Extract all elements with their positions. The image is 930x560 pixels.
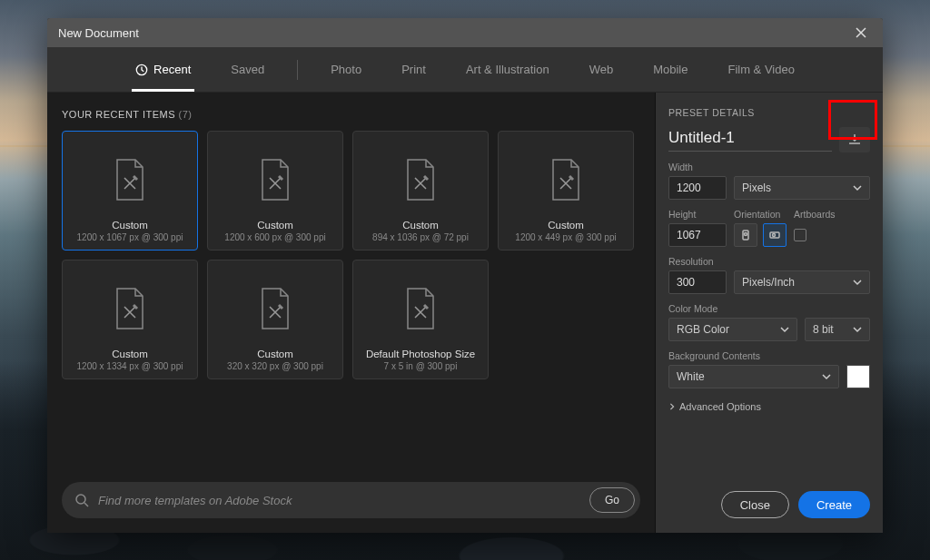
chevron-right-icon (668, 403, 676, 410)
select-value: RGB Color (677, 323, 729, 336)
preset-card[interactable]: Custom1200 x 449 px @ 300 ppi (498, 131, 634, 251)
document-icon (112, 144, 148, 214)
preset-dims: 1200 x 600 px @ 300 ppi (224, 232, 325, 242)
chevron-down-icon (822, 372, 831, 381)
chevron-down-icon (853, 183, 862, 192)
preset-card[interactable]: Custom320 x 320 px @ 300 ppi (207, 260, 343, 379)
dialog-title: New Document (58, 26, 139, 40)
category-tabs: Recent Saved Photo Print Art & Illustrat… (47, 47, 883, 93)
preset-name: Custom (68, 349, 192, 359)
landscape-icon (768, 229, 781, 241)
preset-name: Custom (68, 220, 192, 231)
select-value: 8 bit (813, 323, 834, 336)
width-label: Width (668, 162, 870, 172)
recent-header: YOUR RECENT ITEMS (7) (62, 109, 640, 120)
recent-count: (7) (179, 109, 193, 120)
document-icon (402, 144, 439, 214)
tab-label: Mobile (653, 63, 688, 76)
tab-label: Art & Illustration (466, 63, 549, 76)
preset-dims: 320 x 320 px @ 300 ppi (227, 361, 323, 371)
chevron-down-icon (853, 278, 862, 287)
save-preset-button[interactable] (839, 127, 870, 152)
document-icon (112, 273, 148, 343)
resolution-unit-select[interactable]: Pixels/Inch (734, 270, 870, 294)
preset-card[interactable]: Custom1200 x 1334 px @ 300 ppi (62, 260, 198, 379)
preset-card[interactable]: Custom894 x 1036 px @ 72 ppi (352, 131, 489, 251)
svg-point-5 (773, 234, 776, 237)
color-mode-select[interactable]: RGB Color (668, 318, 797, 341)
tab-label: Print (401, 63, 426, 76)
color-mode-label: Color Mode (668, 303, 870, 314)
document-icon (548, 144, 584, 214)
tab-recent[interactable]: Recent (119, 48, 207, 92)
svg-point-1 (76, 495, 85, 504)
background-select[interactable]: White (668, 365, 839, 388)
tab-label: Photo (331, 63, 361, 76)
preset-details-panel: PRESET DETAILS Untitled-1 Width 1200 Pix… (656, 93, 883, 533)
tab-web[interactable]: Web (573, 48, 630, 92)
new-document-dialog: New Document Recent Saved Photo Print Ar… (47, 18, 883, 533)
tab-saved[interactable]: Saved (214, 48, 281, 92)
tab-label: Saved (231, 63, 264, 76)
document-name-input[interactable]: Untitled-1 (668, 129, 832, 152)
preset-card[interactable]: Custom1200 x 600 px @ 300 ppi (207, 131, 343, 251)
tab-label: Web (589, 63, 614, 76)
titlebar: New Document (47, 18, 883, 47)
background-label: Background Contents (668, 350, 870, 361)
artboards-checkbox[interactable] (794, 229, 806, 241)
preset-dims: 1200 x 1334 px @ 300 ppi (77, 361, 183, 371)
tab-label: Recent (153, 63, 191, 76)
width-unit-select[interactable]: Pixels (734, 176, 870, 200)
advanced-label: Advanced Options (679, 401, 761, 412)
orientation-landscape[interactable] (763, 223, 787, 247)
tab-label: Film & Video (727, 63, 794, 76)
orientation-portrait[interactable] (734, 223, 757, 247)
preset-header: PRESET DETAILS (668, 107, 870, 118)
download-icon (847, 133, 862, 146)
preset-card[interactable]: Custom1200 x 1067 px @ 300 ppi (62, 131, 198, 251)
preset-dims: 1200 x 449 px @ 300 ppi (515, 232, 616, 242)
preset-name: Default Photoshop Size (359, 349, 482, 359)
tab-photo[interactable]: Photo (314, 48, 378, 92)
document-icon (257, 144, 293, 214)
resolution-label: Resolution (668, 256, 870, 267)
close-icon[interactable] (850, 22, 872, 44)
create-button[interactable]: Create (798, 491, 870, 518)
preset-name: Custom (213, 220, 337, 231)
recent-panel: YOUR RECENT ITEMS (7) Custom1200 x 1067 … (47, 93, 656, 533)
document-icon (402, 273, 439, 343)
portrait-icon (739, 229, 752, 241)
stock-search[interactable]: Find more templates on Adobe Stock Go (62, 482, 640, 518)
preset-name: Custom (359, 220, 482, 231)
preset-dims: 7 x 5 in @ 300 ppi (384, 361, 458, 371)
preset-name: Custom (504, 220, 628, 231)
artboards-label: Artboards (794, 209, 836, 220)
search-placeholder: Find more templates on Adobe Stock (98, 494, 580, 507)
preset-name: Custom (213, 349, 337, 359)
chevron-down-icon (780, 325, 789, 334)
clock-icon (135, 64, 148, 76)
preset-dims: 894 x 1036 px @ 72 ppi (372, 232, 469, 242)
preset-card[interactable]: Default Photoshop Size7 x 5 in @ 300 ppi (352, 260, 489, 379)
orientation-label: Orientation (734, 209, 787, 220)
select-value: Pixels/Inch (742, 276, 795, 289)
color-depth-select[interactable]: 8 bit (805, 318, 870, 341)
recent-header-text: YOUR RECENT ITEMS (62, 109, 175, 120)
close-button[interactable]: Close (721, 491, 789, 518)
chevron-down-icon (853, 325, 862, 334)
tab-mobile[interactable]: Mobile (637, 48, 704, 92)
tab-print[interactable]: Print (385, 48, 442, 92)
go-button[interactable]: Go (589, 487, 635, 513)
search-icon (74, 493, 89, 507)
background-color-swatch[interactable] (846, 365, 870, 388)
tab-art[interactable]: Art & Illustration (450, 48, 566, 92)
tab-film[interactable]: Film & Video (711, 48, 810, 92)
height-label: Height (668, 209, 727, 220)
advanced-options-toggle[interactable]: Advanced Options (668, 401, 870, 412)
tab-separator (297, 60, 298, 80)
height-input[interactable]: 1067 (668, 223, 727, 247)
resolution-input[interactable]: 300 (668, 270, 727, 294)
preset-dims: 1200 x 1067 px @ 300 ppi (77, 232, 183, 242)
width-input[interactable]: 1200 (668, 176, 727, 200)
preset-grid: Custom1200 x 1067 px @ 300 ppiCustom1200… (62, 131, 640, 379)
